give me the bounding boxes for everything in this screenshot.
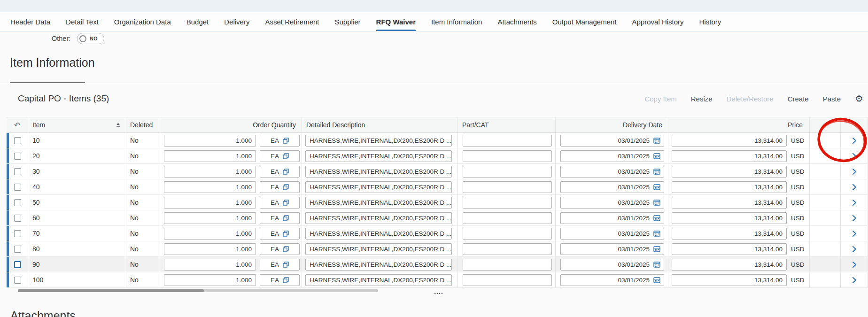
order-quantity-field[interactable]: 1.000 [164,197,256,209]
part-cat-field[interactable] [463,197,552,209]
order-quantity-field[interactable]: 1.000 [164,166,256,178]
unit-field[interactable]: EA [260,135,300,147]
copy-value-help-icon[interactable] [283,262,289,268]
tab-history[interactable]: History [699,12,721,31]
delivery-date-field[interactable]: 03/01/2025 [560,181,664,193]
copy-value-help-icon[interactable] [283,200,289,206]
detailed-description-field[interactable]: HARNESS,WIRE,INTERNAL,DX200,ES200R D ... [305,212,452,224]
copy-value-help-icon[interactable] [283,277,289,283]
part-cat-field[interactable] [463,181,552,193]
calendar-icon[interactable] [653,230,660,237]
calendar-icon[interactable] [653,277,660,283]
order-quantity-field[interactable]: 1.000 [164,259,256,271]
column-header-item[interactable]: Item [28,117,126,132]
detailed-description-field[interactable]: HARNESS,WIRE,INTERNAL,DX200,ES200R D ... [305,274,452,286]
chevron-right-icon[interactable] [852,168,857,175]
order-quantity-field[interactable]: 1.000 [164,228,256,240]
column-header-delivery-date[interactable]: Delivery Date [556,117,668,132]
delivery-date-field[interactable]: 03/01/2025 [560,135,664,147]
chevron-right-icon[interactable] [852,230,857,237]
resize-button[interactable]: Resize [691,95,713,103]
row-checkbox[interactable] [14,153,21,160]
price-field[interactable]: 13,314.00 [672,259,787,271]
calendar-icon[interactable] [653,246,660,252]
price-field[interactable]: 13,314.00 [672,166,787,178]
column-header-order-quantity[interactable]: Order Quantity [160,117,302,132]
calendar-icon[interactable] [653,153,660,159]
price-field[interactable]: 13,314.00 [672,181,787,193]
unit-field[interactable]: EA [260,197,300,209]
order-quantity-field[interactable]: 1.000 [164,150,256,162]
part-cat-field[interactable] [463,274,552,286]
delivery-date-field[interactable]: 03/01/2025 [560,212,664,224]
calendar-icon[interactable] [653,215,660,221]
delivery-date-field[interactable]: 03/01/2025 [560,259,664,271]
price-field[interactable]: 13,314.00 [672,135,787,147]
tab-asset-retirement[interactable]: Asset Retirement [265,12,319,31]
order-quantity-field[interactable]: 1.000 [164,212,256,224]
tab-approval-history[interactable]: Approval History [632,12,684,31]
delivery-date-field[interactable]: 03/01/2025 [560,197,664,209]
delivery-date-field[interactable]: 03/01/2025 [560,228,664,240]
chevron-right-icon[interactable] [852,215,857,222]
row-checkbox[interactable] [14,137,21,144]
order-quantity-field[interactable]: 1.000 [164,243,256,255]
part-cat-field[interactable] [463,135,552,147]
order-quantity-field[interactable]: 1.000 [164,181,256,193]
unit-field[interactable]: EA [260,212,300,224]
part-cat-field[interactable] [463,243,552,255]
tab-supplier[interactable]: Supplier [335,12,361,31]
tab-rfq-waiver[interactable]: RFQ Waiver [376,12,416,31]
delivery-date-field[interactable]: 03/01/2025 [560,274,664,286]
column-header-price[interactable]: Price [668,117,810,132]
copy-value-help-icon[interactable] [283,246,289,252]
copy-value-help-icon[interactable] [283,169,289,175]
undo-icon[interactable]: ↶ [14,121,20,130]
detailed-description-field[interactable]: HARNESS,WIRE,INTERNAL,DX200,ES200R D ... [305,150,452,162]
chevron-right-icon[interactable] [852,277,857,284]
copy-value-help-icon[interactable] [283,138,289,144]
tab-detail-text[interactable]: Detail Text [66,12,99,31]
price-field[interactable]: 13,314.00 [672,212,787,224]
unit-field[interactable]: EA [260,181,300,193]
calendar-icon[interactable] [653,261,660,268]
copy-value-help-icon[interactable] [283,215,289,221]
price-field[interactable]: 13,314.00 [672,150,787,162]
column-header-detailed-description[interactable]: Detailed Description [302,117,458,132]
unit-field[interactable]: EA [260,243,300,255]
price-field[interactable]: 13,314.00 [672,243,787,255]
horizontal-scrollbar-thumb[interactable] [18,289,204,292]
tab-delivery[interactable]: Delivery [224,12,249,31]
chevron-right-icon[interactable] [852,137,857,144]
detailed-description-field[interactable]: HARNESS,WIRE,INTERNAL,DX200,ES200R D ... [305,228,452,240]
row-checkbox[interactable] [14,230,21,237]
unit-field[interactable]: EA [260,150,300,162]
part-cat-field[interactable] [463,150,552,162]
calendar-icon[interactable] [653,184,660,190]
tab-output-management[interactable]: Output Management [552,12,617,31]
price-field[interactable]: 13,314.00 [672,228,787,240]
price-field[interactable]: 13,314.00 [672,197,787,209]
delivery-date-field[interactable]: 03/01/2025 [560,243,664,255]
part-cat-field[interactable] [463,259,552,271]
calendar-icon[interactable] [653,168,660,175]
tab-attachments[interactable]: Attachments [497,12,536,31]
delivery-date-field[interactable]: 03/01/2025 [560,166,664,178]
calendar-icon[interactable] [653,137,660,144]
delivery-date-field[interactable]: 03/01/2025 [560,150,664,162]
part-cat-field[interactable] [463,228,552,240]
detailed-description-field[interactable]: HARNESS,WIRE,INTERNAL,DX200,ES200R D ... [305,243,452,255]
tab-header-data[interactable]: Header Data [10,12,50,31]
part-cat-field[interactable] [463,212,552,224]
horizontal-scrollbar-track[interactable] [18,289,378,292]
table-grow-more-trigger[interactable]: .... [425,288,453,295]
chevron-right-icon[interactable] [852,199,857,206]
row-checkbox[interactable] [14,277,21,284]
order-quantity-field[interactable]: 1.000 [164,135,256,147]
copy-item-button[interactable]: Copy Item [644,95,676,103]
unit-field[interactable]: EA [260,274,300,286]
create-button[interactable]: Create [788,95,809,103]
other-toggle[interactable]: NO [77,33,104,44]
table-settings-button[interactable]: ⚙ [855,94,863,103]
unit-field[interactable]: EA [260,228,300,240]
